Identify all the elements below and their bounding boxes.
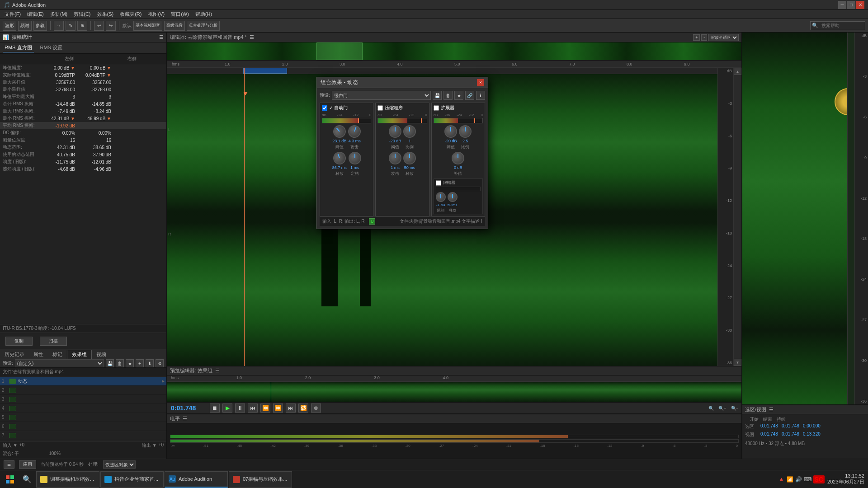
taskbar-app-1[interactable]: 调整振幅和压缩效... [36,471,99,488]
attack-knob-comp[interactable] [389,152,401,164]
dialog-titlebar[interactable]: 组合效果 - 动态 × [317,77,488,88]
menu-help[interactable]: 帮助(H) [193,10,215,18]
effects-add-btn[interactable]: + [136,359,144,367]
tab-markers[interactable]: 标记 [48,350,67,359]
record-btn[interactable]: ⏺ [311,404,321,413]
autogate-checkbox[interactable] [322,105,327,111]
menu-multitrack[interactable]: 多轨(M) [47,10,71,18]
multitrack-btn[interactable]: 多轨 [33,21,47,31]
zoom-in-btn[interactable]: + [693,34,700,41]
tray-icon-1[interactable]: 🔺 [778,476,785,483]
threshold-knob-exp[interactable] [444,125,457,138]
tab-properties[interactable]: 属性 [29,350,48,359]
tab-overview[interactable]: RMS 直方图 [3,43,34,52]
zoom-select[interactable]: 缩放至适区 [708,34,739,41]
preset-info-btn[interactable]: ℹ [476,91,485,100]
limit-release-knob[interactable] [448,192,458,202]
preset-delete-btn[interactable]: 🗑 [443,91,453,100]
rewind-btn[interactable]: ⏪ [260,404,270,413]
scroll-top-btn[interactable]: ▲ [734,68,741,75]
to-end-btn[interactable]: ⏭ [286,404,296,413]
maximize-button[interactable]: □ [847,1,855,9]
tab-rms[interactable]: RMS 设置 [38,43,65,52]
threshold-knob-1[interactable] [330,122,348,140]
status-apply-btn-2[interactable]: 应用 [19,460,36,469]
release-knob-comp[interactable] [403,152,416,164]
right-waveform[interactable]: dB -3 -6 -9 -12 -18 -24 -27 -30 -36 [742,33,868,404]
copy-button[interactable]: 复制 [5,337,33,346]
ratio-knob-exp[interactable] [459,125,472,138]
preset-favorite-btn[interactable]: ★ [454,91,463,100]
preset-select[interactable]: 缓声门 [332,91,431,100]
effect-row-4[interactable]: 4 [0,404,166,413]
workspace-btn-basic[interactable]: 基本视频混音 [133,21,162,31]
scan-button[interactable]: 扫描 [40,337,67,346]
spectral-btn[interactable]: 频谱 [18,21,32,31]
menu-favorites[interactable]: 收藏夹(R) [117,10,144,18]
effect-power-4[interactable] [9,406,16,411]
effect-power-1[interactable] [9,379,16,384]
limit-threshold-knob[interactable] [436,192,446,202]
effect-row-5[interactable]: 5 [0,413,166,422]
process-select[interactable]: 仅选区对象 [103,460,136,469]
undo-btn[interactable]: ↩ [94,21,104,31]
pause-btn[interactable]: ⏸ [235,404,245,413]
effects-settings-btn[interactable]: ⚙ [156,359,164,367]
close-button[interactable]: ✕ [856,1,864,9]
stop-btn[interactable]: ⏹ [210,404,220,413]
taskbar-app-2[interactable]: 抖音企业号商家首... [100,471,164,488]
tab-effects[interactable]: 效果组 [67,350,92,359]
effect-power-2[interactable] [9,388,16,393]
zoom-in-transport[interactable]: 🔍+ [718,406,726,411]
effect-row-1[interactable]: 1 动态 ▶ [0,377,166,386]
search-input[interactable] [820,23,865,28]
effects-download-btn[interactable]: ⬇ [146,359,154,367]
effect-power-5[interactable] [9,415,16,420]
preset-save-btn[interactable]: 💾 [433,91,442,100]
preview-waveform[interactable] [167,382,741,402]
region-marker[interactable] [243,68,287,74]
zoom-out-transport[interactable]: 🔍- [731,406,738,411]
start-button[interactable] [2,471,18,488]
hold-knob-1[interactable] [349,152,361,164]
compressor-checkbox[interactable] [377,105,383,111]
effects-favorite-btn[interactable]: ★ [126,359,134,367]
loop-btn[interactable]: 🔁 [298,404,308,413]
effect-power-6[interactable] [9,424,16,429]
effect-row-3[interactable]: 3 [0,395,166,404]
effects-preset-select[interactable]: (自定义) [15,359,104,367]
tool-btn-1[interactable]: ↔ [54,21,64,31]
dialog-close-btn[interactable]: × [477,79,484,86]
expander-checkbox[interactable] [434,105,439,111]
preview-menu[interactable]: ☰ [215,368,220,374]
effect-power-7[interactable] [9,433,16,438]
workspace-btn-master[interactable]: 母带处理与分析 [187,21,220,31]
effect-row-7[interactable]: 7 [0,431,166,440]
effects-delete-btn[interactable]: 🗑 [116,359,124,367]
menu-view[interactable]: 视图(V) [145,10,167,18]
clock[interactable]: 13:10:52 2023年06月27日 [827,473,864,485]
overview-viewport[interactable] [316,42,363,60]
minimize-button[interactable]: ─ [838,1,846,9]
tab-history[interactable]: 历史记录 [0,350,29,359]
attack-knob-1[interactable] [346,123,363,140]
tray-volume[interactable]: 🔊 [795,476,802,483]
tray-security-icon[interactable]: SC [813,475,825,483]
scroll-bottom-btn[interactable]: ▼ [734,359,741,366]
release-knob-1[interactable] [331,150,348,166]
waveform-view-btn[interactable]: 波形 [3,21,16,31]
play-btn[interactable]: ▶ [222,404,232,413]
taskbar-app-4[interactable]: 07振幅与压缩效果... [229,471,292,488]
menu-edit[interactable]: 编辑(E) [24,10,47,18]
preset-link-btn[interactable]: 🔗 [465,91,474,100]
menu-effects[interactable]: 效果(S) [94,10,117,18]
to-start-btn[interactable]: ⏮ [248,404,258,413]
effect-expand-1[interactable]: ▶ [162,379,165,383]
panel-menu-icon[interactable]: ☰ [159,34,164,40]
taskbar-search[interactable]: 🔍 [19,471,35,488]
level-menu[interactable]: ☰ [183,416,187,422]
editor-menu-icon[interactable]: ☰ [250,34,254,40]
effect-row-2[interactable]: 2 [0,386,166,395]
limiter-checkbox[interactable] [436,180,441,186]
ratio-knob-comp[interactable] [403,125,416,138]
